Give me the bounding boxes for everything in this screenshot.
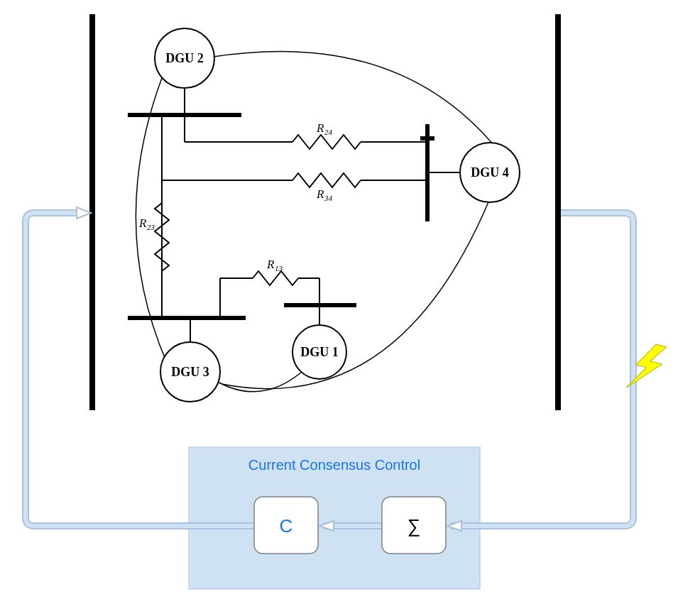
- r34-label-sub: 34: [324, 194, 333, 202]
- diagram-svg: DGU 2 DGU 4 DGU 3 DGU 1 R 24 R 34 R 23 R…: [0, 0, 700, 599]
- dgu4-label: DGU 4: [471, 165, 509, 180]
- r23-label-sub: 23: [147, 223, 155, 231]
- r23-label-r: R: [138, 216, 147, 230]
- r24-label-sub: 24: [324, 128, 333, 136]
- dgu2-label: DGU 2: [165, 51, 204, 65]
- r13-label-sub: 13: [275, 264, 283, 273]
- r24-label-r: R: [316, 121, 324, 135]
- control-title: Current Consensus Control: [248, 457, 420, 473]
- block-c-label: C: [280, 515, 293, 537]
- dgu1-label: DGU 1: [300, 345, 339, 359]
- r34-label-r: R: [316, 187, 324, 201]
- svg-marker-7: [77, 207, 91, 219]
- block-sum-label: ∑: [408, 515, 421, 537]
- dgu3-label: DGU 3: [171, 365, 209, 379]
- r13-label-r: R: [266, 258, 275, 271]
